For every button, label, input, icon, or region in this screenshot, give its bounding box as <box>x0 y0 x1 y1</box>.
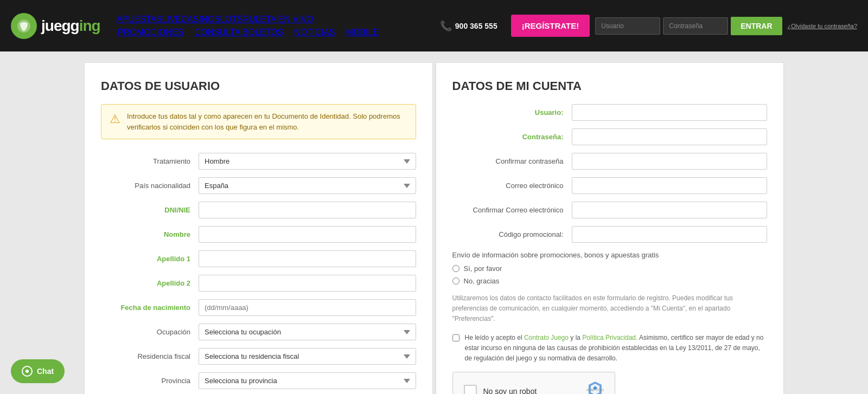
dni-input[interactable] <box>199 202 416 218</box>
nav-casino[interactable]: CASINO <box>181 15 214 24</box>
apellido1-input[interactable] <box>199 250 416 267</box>
usuario-row: Usuario: <box>452 104 768 121</box>
subnav-noticias[interactable]: NOTICIAS <box>294 28 335 37</box>
pais-row: País nacionalidad España <box>101 177 416 194</box>
subnav-consulta[interactable]: CONSULTA BOLETOS <box>194 28 283 37</box>
codigo-input[interactable] <box>572 226 768 243</box>
captcha-box[interactable]: No soy un robot reCAPTCHA <box>452 372 615 394</box>
promo-no-label: No, gracias <box>464 277 500 285</box>
codigo-label: Código promocional: <box>452 230 572 238</box>
promo-no-radio[interactable] <box>452 277 459 285</box>
nav-apuestas[interactable]: APUESTAS <box>117 15 162 24</box>
apellido2-input[interactable] <box>199 275 416 292</box>
apellido2-row: Apellido 2 <box>101 275 416 292</box>
promo-title: Envío de información sobre promociones, … <box>452 251 768 259</box>
header: juegging APUESTAS LIVE CASINO SLOTS RULE… <box>0 0 868 51</box>
logo[interactable]: juegging <box>11 13 100 39</box>
tratamiento-label: Tratamiento <box>101 157 199 165</box>
politica-privacidad-link[interactable]: Política Privacidad. <box>582 334 637 341</box>
promo-yes-row[interactable]: Sí, por favor <box>452 264 768 273</box>
main-nav: APUESTAS LIVE CASINO SLOTS RULETA EN VIV… <box>117 15 440 24</box>
confirmar-contrasena-row: Confirmar contraseña <box>452 153 768 170</box>
nav-area: APUESTAS LIVE CASINO SLOTS RULETA EN VIV… <box>117 15 440 37</box>
nav-ruleta[interactable]: RULETA EN VIVO <box>242 15 313 24</box>
confirmar-correo-row: Confirmar Correo electrónico <box>452 202 768 218</box>
fecha-label: Fecha de nacimiento <box>101 303 199 312</box>
confirmar-contrasena-input[interactable] <box>572 153 768 170</box>
chat-bubble-icon <box>22 366 33 377</box>
main-content: DATOS DE USUARIO ⚠ Introduce tus datos t… <box>0 51 868 394</box>
register-button[interactable]: ¡REGÍSTRATE! <box>511 15 590 37</box>
dni-label: DNI/NIE <box>101 206 199 214</box>
svg-text:reCAPTCHA: reCAPTCHA <box>586 388 604 392</box>
confirmar-contrasena-label: Confirmar contraseña <box>452 157 572 165</box>
left-panel: DATOS DE USUARIO ⚠ Introduce tus datos t… <box>84 62 433 394</box>
left-panel-title: DATOS DE USUARIO <box>101 79 416 93</box>
phone-area: 📞 900 365 555 <box>440 20 497 32</box>
apellido1-row: Apellido 1 <box>101 250 416 267</box>
contrato-juego-link[interactable]: Contrato Juego <box>524 334 569 341</box>
pais-select[interactable]: España <box>199 177 416 194</box>
correo-label: Correo electrónico <box>452 182 572 190</box>
phone-number: 900 365 555 <box>455 22 497 30</box>
codigo-row: Código promocional: <box>452 226 768 243</box>
tratamiento-row: Tratamiento Hombre Mujer <box>101 153 416 170</box>
captcha-checkbox[interactable] <box>464 385 477 394</box>
warning-icon: ⚠ <box>110 112 120 126</box>
chat-button[interactable]: Chat <box>11 359 65 383</box>
usuario-label: Usuario: <box>452 108 572 117</box>
provincia-row: Provincia Selecciona tu provincia <box>101 372 416 389</box>
nav-slots[interactable]: SLOTS <box>214 15 242 24</box>
nav-live[interactable]: LIVE <box>162 15 181 24</box>
logo-icon <box>11 13 37 39</box>
phone-icon: 📞 <box>440 20 452 32</box>
contrasena-row: Contraseña: <box>452 128 768 145</box>
right-panel: DATOS DE MI CUENTA Usuario: Contraseña: … <box>436 62 784 394</box>
residencia-label: Residencia fiscal <box>101 352 199 360</box>
tratamiento-select[interactable]: Hombre Mujer <box>199 153 416 170</box>
forgot-password-link[interactable]: ¿Olvidaste tu contraseña? <box>788 23 857 29</box>
captcha-label: No soy un robot <box>483 387 586 394</box>
promo-yes-label: Sí, por favor <box>464 264 502 273</box>
apellido2-label: Apellido 2 <box>101 279 199 287</box>
sub-nav: PROMOCIONES CONSULTA BOLETOS NOTICIAS MO… <box>117 28 440 37</box>
enter-button[interactable]: ENTRAR <box>731 17 782 35</box>
subnav-mobile[interactable]: MOBILE <box>346 28 379 37</box>
pais-label: País nacionalidad <box>101 182 199 190</box>
nombre-input[interactable] <box>199 226 416 243</box>
apellido1-label: Apellido 1 <box>101 255 199 263</box>
username-input[interactable] <box>595 17 660 35</box>
provincia-select[interactable]: Selecciona tu provincia <box>199 372 416 389</box>
captcha-logo: reCAPTCHA <box>586 380 604 394</box>
ocupacion-select[interactable]: Selecciona tu ocupación <box>199 324 416 340</box>
terms-row: He leído y acepto el Contrato Juego y la… <box>452 333 768 364</box>
chat-label: Chat <box>37 367 54 376</box>
fecha-row: Fecha de nacimiento <box>101 299 416 316</box>
confirmar-correo-input[interactable] <box>572 202 768 218</box>
residencia-select[interactable]: Selecciona tu residencia fiscal <box>199 348 416 365</box>
subnav-promociones[interactable]: PROMOCIONES <box>118 28 184 37</box>
warning-box: ⚠ Introduce tus datos tal y como aparece… <box>101 104 416 139</box>
terms-text: He leído y acepto el Contrato Juego y la… <box>465 333 768 364</box>
promo-no-row[interactable]: No, gracias <box>452 277 768 285</box>
warning-text: Introduce tus datos tal y como aparecen … <box>127 111 407 132</box>
fecha-input[interactable] <box>199 299 416 316</box>
ocupacion-label: Ocupación <box>101 328 199 336</box>
ocupacion-row: Ocupación Selecciona tu ocupación <box>101 324 416 340</box>
terms-checkbox[interactable] <box>452 334 459 341</box>
recaptcha-icon: reCAPTCHA <box>586 380 604 394</box>
nombre-row: Nombre <box>101 226 416 243</box>
correo-input[interactable] <box>572 177 768 194</box>
contrasena-input[interactable] <box>572 128 768 145</box>
password-input[interactable] <box>663 17 728 35</box>
residencia-row: Residencia fiscal Selecciona tu residenc… <box>101 348 416 365</box>
promo-section: Envío de información sobre promociones, … <box>452 251 768 285</box>
provincia-label: Provincia <box>101 377 199 385</box>
promo-yes-radio[interactable] <box>452 265 459 272</box>
usuario-input[interactable] <box>572 104 768 121</box>
logo-text: juegging <box>41 17 100 35</box>
notice-text: Utilizaremos los datos de contacto facil… <box>452 293 768 325</box>
confirmar-correo-label: Confirmar Correo electrónico <box>452 206 572 214</box>
login-area: ENTRAR <box>595 17 782 35</box>
dni-row: DNI/NIE <box>101 202 416 218</box>
